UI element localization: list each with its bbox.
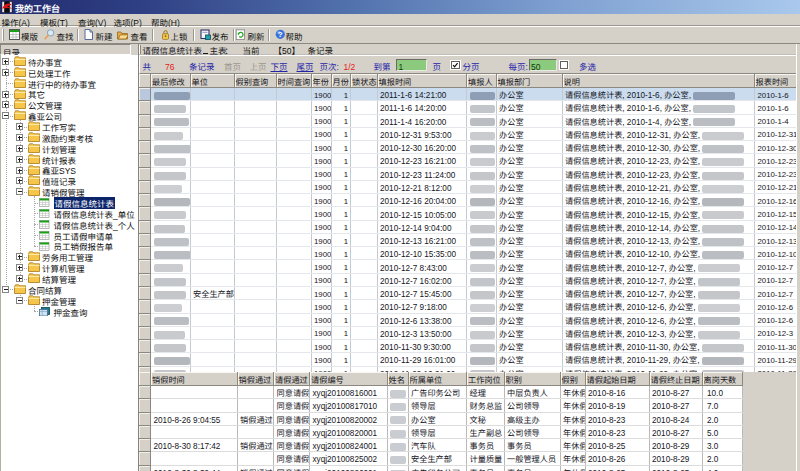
- svg-text:?: ?: [278, 30, 283, 39]
